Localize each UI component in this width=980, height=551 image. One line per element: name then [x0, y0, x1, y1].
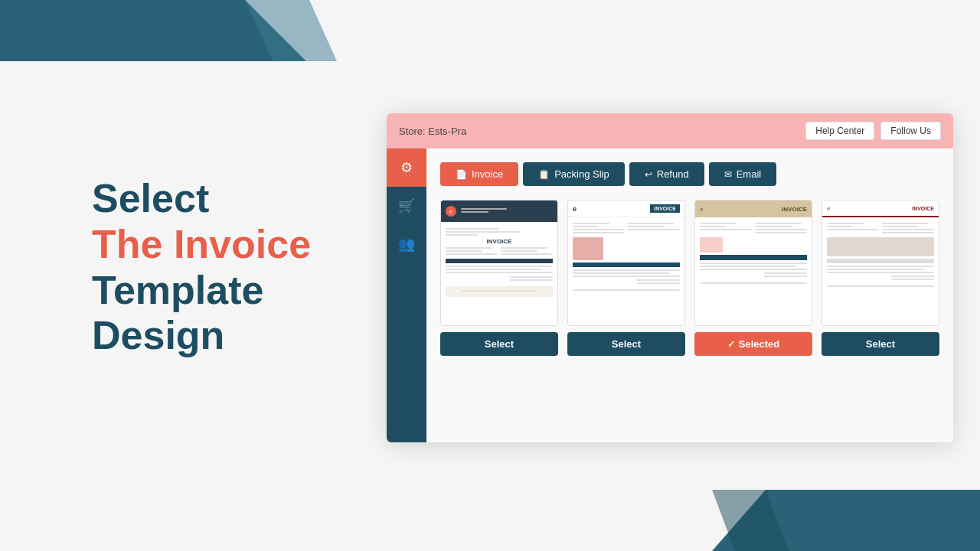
- users-icon: 👥: [398, 236, 415, 253]
- template-card-2: e INVOICE: [567, 200, 685, 356]
- selected-checkmark-icon: ✓: [727, 339, 735, 350]
- template-preview-3: e INVOICE: [694, 200, 812, 326]
- tmpl1-info-right: [501, 247, 553, 256]
- tmpl1-logo: e: [446, 206, 456, 217]
- tab-invoice-label: Invoice: [472, 168, 503, 180]
- tmpl2-item-lines: [573, 269, 680, 277]
- tmpl3-footer: [700, 282, 807, 284]
- tab-invoice[interactable]: 📄 Invoice: [440, 162, 518, 186]
- template-preview-2: e INVOICE: [567, 200, 685, 326]
- tmpl2-info: [573, 223, 680, 235]
- tmpl2-info-left: [573, 223, 625, 235]
- tmpl1-info-left: [446, 247, 498, 256]
- tmpl2-store-name: e: [573, 205, 577, 213]
- template-preview-4: e INVOICE: [822, 200, 939, 326]
- tmpl4-item-lines: [827, 266, 934, 273]
- tmpl4-table-header: [827, 259, 934, 263]
- store-name: Store: Ests-Pra: [399, 126, 466, 137]
- tmpl3-product-image: [700, 237, 723, 253]
- tabs-bar: 📄 Invoice 📋 Packing Slip ↩ Refund ✉ Emai…: [440, 162, 939, 186]
- tmpl4-info: [827, 223, 934, 235]
- select-button-4[interactable]: Select: [822, 332, 939, 356]
- cart-icon: 🛒: [398, 197, 415, 214]
- tmpl1-address-lines: [446, 228, 553, 236]
- select-button-3-label: Selected: [739, 338, 779, 350]
- tmpl4-header: e INVOICE: [822, 201, 939, 217]
- tab-refund[interactable]: ↩ Refund: [629, 162, 704, 186]
- tmpl2-footer: [573, 289, 680, 291]
- invoice-tab-icon: 📄: [456, 169, 467, 180]
- sidebar-item-settings[interactable]: ⚙: [387, 148, 426, 187]
- tmpl4-total: [827, 276, 934, 282]
- tmpl1-footer: [446, 286, 553, 297]
- main-content: 📄 Invoice 📋 Packing Slip ↩ Refund ✉ Emai…: [426, 148, 953, 442]
- template-card-4: e INVOICE: [822, 200, 939, 356]
- tmpl2-invoice-badge: INVOICE: [650, 204, 680, 213]
- tmpl1-title: INVOICE: [446, 238, 553, 245]
- tmpl1-header-lines: [461, 208, 553, 214]
- tmpl2-table-header: [573, 262, 680, 267]
- tmpl3-info-left: [700, 223, 752, 235]
- tmpl3-info: [700, 223, 807, 235]
- template-preview-1: e INVOICE: [440, 200, 558, 326]
- headline-line4: Design: [92, 313, 224, 357]
- header-buttons: Help Center Follow Us: [805, 122, 941, 140]
- tmpl3-item-lines: [700, 262, 807, 270]
- headline-line2: The Invoice: [92, 222, 311, 266]
- tmpl4-info-left: [827, 223, 879, 235]
- tab-packing-slip-label: Packing Slip: [554, 168, 609, 180]
- follow-us-button[interactable]: Follow Us: [880, 122, 941, 140]
- tmpl4-invoice-badge: INVOICE: [912, 206, 934, 211]
- email-tab-icon: ✉: [724, 169, 732, 180]
- tmpl2-info-right: [628, 223, 680, 235]
- tmpl2-body: [568, 217, 684, 294]
- tmpl3-header: e INVOICE: [695, 201, 812, 217]
- tmpl3-body: [695, 217, 812, 287]
- tmpl2-header: e INVOICE: [568, 201, 684, 217]
- tmpl4-product-area: [827, 237, 934, 256]
- headline-line3: Template: [92, 268, 263, 312]
- sidebar-item-cart[interactable]: 🛒: [387, 187, 426, 225]
- select-button-1[interactable]: Select: [440, 332, 558, 356]
- tmpl3-store-name: e: [700, 206, 703, 213]
- app-window: Store: Ests-Pra Help Center Follow Us ⚙ …: [387, 113, 953, 442]
- tab-email[interactable]: ✉ Email: [709, 162, 777, 186]
- tmpl1-table: [446, 259, 553, 263]
- tmpl3-invoice-badge: INVOICE: [782, 206, 807, 213]
- tmpl4-footer: [827, 285, 934, 287]
- tmpl1-total: [446, 276, 553, 282]
- tab-email-label: Email: [737, 168, 762, 180]
- tmpl1-body: INVOICE: [441, 222, 557, 301]
- template-card-1: e INVOICE: [440, 200, 558, 356]
- tmpl1-item-lines: [446, 266, 553, 273]
- tmpl4-body: [822, 217, 939, 290]
- template-card-3: e INVOICE: [694, 200, 812, 356]
- headline-line1: Select: [92, 176, 209, 220]
- tmpl3-info-right: [755, 223, 807, 235]
- tmpl4-info-right: [882, 223, 934, 235]
- packing-slip-tab-icon: 📋: [538, 169, 550, 180]
- left-text-block: Select The Invoice Template Design: [92, 176, 311, 359]
- help-center-button[interactable]: Help Center: [805, 122, 874, 140]
- tmpl3-table-header: [700, 255, 807, 260]
- tmpl1-info-block: [446, 247, 553, 256]
- refund-tab-icon: ↩: [645, 169, 652, 180]
- select-button-2[interactable]: Select: [567, 332, 685, 356]
- app-body: ⚙ 🛒 👥 📄 Invoice 📋 Packing Slip: [387, 148, 953, 442]
- tmpl2-product-image: [573, 237, 603, 260]
- select-button-3[interactable]: ✓ Selected: [694, 332, 812, 356]
- app-header: Store: Ests-Pra Help Center Follow Us: [387, 113, 953, 148]
- tmpl3-total: [700, 272, 807, 279]
- tab-refund-label: Refund: [657, 168, 689, 180]
- sidebar: ⚙ 🛒 👥: [387, 148, 426, 442]
- tmpl4-store-name: e: [827, 205, 830, 212]
- tmpl1-header: e: [441, 201, 557, 222]
- templates-grid: e INVOICE: [440, 200, 939, 356]
- sidebar-item-users[interactable]: 👥: [387, 225, 426, 263]
- settings-icon: ⚙: [400, 159, 413, 176]
- tab-packing-slip[interactable]: 📋 Packing Slip: [523, 162, 625, 186]
- tmpl2-total: [573, 279, 680, 285]
